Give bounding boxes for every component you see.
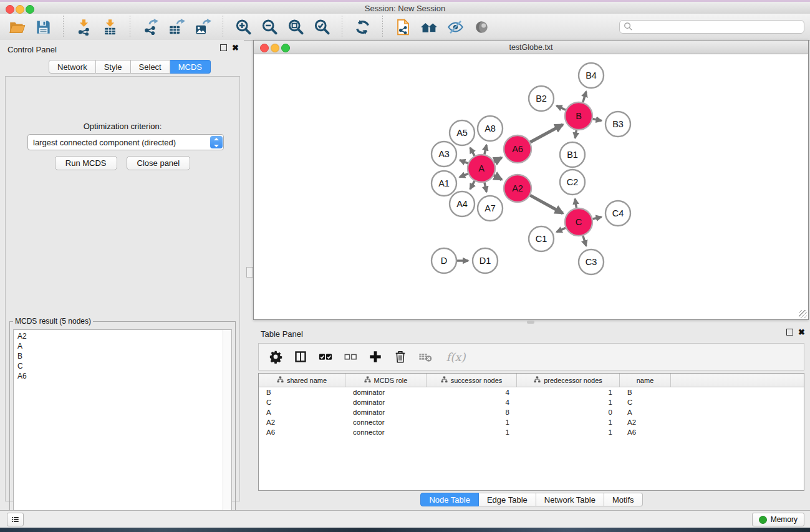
zoom-out-button[interactable]	[258, 16, 281, 38]
cell-successor-nodes[interactable]: 1	[427, 417, 517, 427]
table-tab-node-table[interactable]: Node Table	[420, 493, 479, 506]
network-window-titlebar[interactable]: testGlobe.txt	[254, 41, 808, 54]
cell-shared-name[interactable]: A2	[259, 417, 345, 427]
show-hidden-button[interactable]	[470, 16, 493, 38]
result-list-item[interactable]: A2	[14, 331, 223, 341]
close-panel-icon[interactable]: ✖	[232, 44, 239, 51]
memory-button[interactable]: Memory	[752, 513, 804, 526]
edge-C-C1[interactable]	[557, 228, 566, 231]
table-row[interactable]: Cdominator41C	[259, 397, 804, 407]
column-header-successor-nodes[interactable]: successor nodes	[427, 374, 517, 387]
cell-shared-name[interactable]: C	[259, 397, 345, 407]
search-input[interactable]	[619, 20, 804, 34]
result-list-item[interactable]: C	[14, 361, 223, 371]
column-header-predecessor-nodes[interactable]: predecessor nodes	[517, 374, 620, 387]
edge-B-B1[interactable]	[575, 130, 576, 138]
float-panel-icon[interactable]	[220, 44, 227, 51]
edge-A6-B[interactable]	[530, 125, 562, 142]
cell-MCDS-role[interactable]: dominator	[345, 407, 427, 417]
tab-mcds[interactable]: MCDS	[170, 60, 211, 74]
result-list-item[interactable]: A	[14, 341, 223, 351]
panel-divider-grip[interactable]	[246, 267, 253, 278]
network-canvas[interactable]: B4B2BB3A8A5A6A3B1AC2A1A2A4A7C4CC1DD1C3	[254, 54, 808, 319]
network-hscroll-thumb[interactable]	[527, 321, 534, 324]
task-history-button[interactable]	[7, 513, 24, 526]
mcds-result-list[interactable]: A2ABCA6	[13, 329, 232, 530]
cell-successor-nodes[interactable]: 4	[427, 387, 517, 397]
select-all-button[interactable]	[317, 349, 334, 365]
table-row[interactable]: Adominator80A	[259, 407, 804, 417]
cell-shared-name[interactable]: A6	[259, 427, 345, 437]
cell-successor-nodes[interactable]: 1	[427, 427, 517, 437]
cell-shared-name[interactable]: A	[259, 407, 345, 417]
cell-predecessor-nodes[interactable]: 1	[517, 387, 620, 397]
cell-name[interactable]: A2	[620, 417, 671, 427]
cell-MCDS-role[interactable]: connector	[345, 427, 427, 437]
cell-name[interactable]: A6	[620, 427, 671, 437]
save-session-button[interactable]	[31, 16, 55, 38]
edge-B-B3[interactable]	[593, 119, 602, 121]
table-tab-edge-table[interactable]: Edge Table	[479, 493, 536, 506]
column-header-shared-name[interactable]: shared name	[259, 374, 345, 387]
edge-A-A2[interactable]	[494, 175, 501, 180]
tab-network[interactable]: Network	[49, 60, 96, 74]
table-close-panel-icon[interactable]: ✖	[798, 329, 805, 336]
import-table-button[interactable]	[98, 16, 122, 38]
edge-A-A7[interactable]	[485, 182, 486, 191]
open-session-button[interactable]	[5, 16, 29, 38]
edge-C-C2[interactable]	[575, 199, 576, 208]
table-row[interactable]: Bdominator41B	[259, 387, 804, 397]
tab-select[interactable]: Select	[131, 60, 170, 74]
edge-B-B4[interactable]	[583, 92, 586, 102]
titlebar[interactable]: Session: New Session	[0, 2, 810, 14]
deselect-all-button[interactable]	[342, 349, 359, 365]
cell-MCDS-role[interactable]: dominator	[345, 387, 427, 397]
refresh-layout-button[interactable]	[350, 16, 374, 38]
edge-A2-C[interactable]	[530, 195, 562, 213]
cell-MCDS-role[interactable]: dominator	[345, 397, 427, 407]
cell-predecessor-nodes[interactable]: 1	[517, 417, 620, 427]
cell-successor-nodes[interactable]: 8	[427, 407, 517, 417]
cell-name[interactable]: B	[620, 387, 671, 397]
window-resize-grip[interactable]	[799, 310, 807, 318]
cell-predecessor-nodes[interactable]: 1	[517, 397, 620, 407]
table-tab-motifs[interactable]: Motifs	[604, 493, 643, 506]
cell-predecessor-nodes[interactable]: 0	[517, 407, 620, 417]
import-network-button[interactable]	[72, 16, 95, 38]
export-image-button[interactable]	[191, 16, 215, 38]
cell-name[interactable]: C	[620, 397, 671, 407]
edge-A-A6[interactable]	[494, 158, 501, 162]
new-network-document-button[interactable]	[391, 16, 415, 38]
edge-A-A4[interactable]	[470, 181, 475, 189]
edge-A-A5[interactable]	[470, 148, 475, 156]
column-header-MCDS-role[interactable]: MCDS role	[345, 374, 427, 387]
criterion-dropdown[interactable]: largest connected component (directed)	[27, 134, 224, 150]
cell-predecessor-nodes[interactable]: 1	[517, 427, 620, 437]
table-settings-button[interactable]	[268, 349, 284, 365]
result-list-item[interactable]: B	[14, 351, 223, 361]
column-header-name[interactable]: name	[620, 374, 671, 387]
cell-shared-name[interactable]: B	[259, 387, 345, 397]
cell-MCDS-role[interactable]: connector	[345, 417, 427, 427]
table-float-panel-icon[interactable]	[786, 329, 793, 336]
cell-successor-nodes[interactable]: 4	[427, 397, 517, 407]
export-network-button[interactable]	[138, 16, 162, 38]
edge-B-B2[interactable]	[556, 105, 566, 110]
result-list-scrollbar[interactable]	[223, 330, 231, 530]
close-panel-button[interactable]: Close panel	[127, 156, 191, 170]
edge-A-A8[interactable]	[485, 145, 486, 154]
first-neighbors-button[interactable]	[417, 16, 441, 38]
zoom-selected-button[interactable]	[310, 16, 334, 38]
add-column-button[interactable]	[367, 349, 383, 365]
table-row[interactable]: A2connector11A2	[259, 417, 804, 427]
hide-selected-button[interactable]	[443, 16, 467, 38]
search-field[interactable]	[619, 20, 804, 34]
tab-style[interactable]: Style	[96, 60, 131, 74]
result-list-item[interactable]: A6	[14, 371, 223, 381]
table-tab-network-table[interactable]: Network Table	[536, 493, 604, 506]
delete-column-button[interactable]	[392, 349, 408, 365]
edge-A-A1[interactable]	[460, 174, 468, 177]
edge-A-A3[interactable]	[460, 160, 468, 163]
cell-name[interactable]: A	[620, 407, 671, 417]
edge-C-C4[interactable]	[592, 217, 601, 219]
